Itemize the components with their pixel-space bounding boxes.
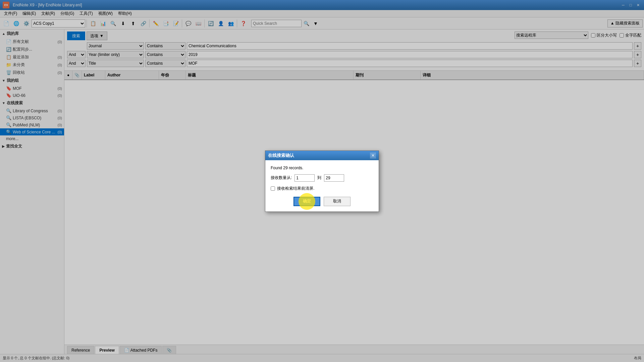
online-search-confirm-dialog: 在线搜索确认 ✕ Found 29 records. 接收数量从: 到 接收检索… xyxy=(265,150,379,212)
modal-close-button[interactable]: ✕ xyxy=(370,153,376,159)
range-row: 接收数量从: 到 xyxy=(271,174,373,182)
range-to-label: 到 xyxy=(317,175,321,181)
found-records-text: Found 29 records. xyxy=(271,166,373,170)
range-from-input[interactable] xyxy=(294,174,315,182)
clear-screen-checkbox[interactable] xyxy=(271,186,275,191)
range-to-input[interactable] xyxy=(324,174,344,182)
modal-ok-button[interactable]: 确定 xyxy=(293,197,320,206)
modal-body: Found 29 records. 接收数量从: 到 接收检索结果前清屏. 确定… xyxy=(265,160,379,212)
modal-buttons: 确定 取消 xyxy=(271,197,373,206)
modal-overlay: 在线搜索确认 ✕ Found 29 records. 接收数量从: 到 接收检索… xyxy=(0,0,644,362)
range-label: 接收数量从: xyxy=(271,175,292,181)
clear-screen-label: 接收检索结果前清屏. xyxy=(277,186,314,191)
modal-title-bar: 在线搜索确认 ✕ xyxy=(265,151,379,160)
clear-screen-row: 接收检索结果前清屏. xyxy=(271,186,373,191)
modal-title: 在线搜索确认 xyxy=(268,153,294,159)
modal-cancel-button[interactable]: 取消 xyxy=(324,197,351,206)
